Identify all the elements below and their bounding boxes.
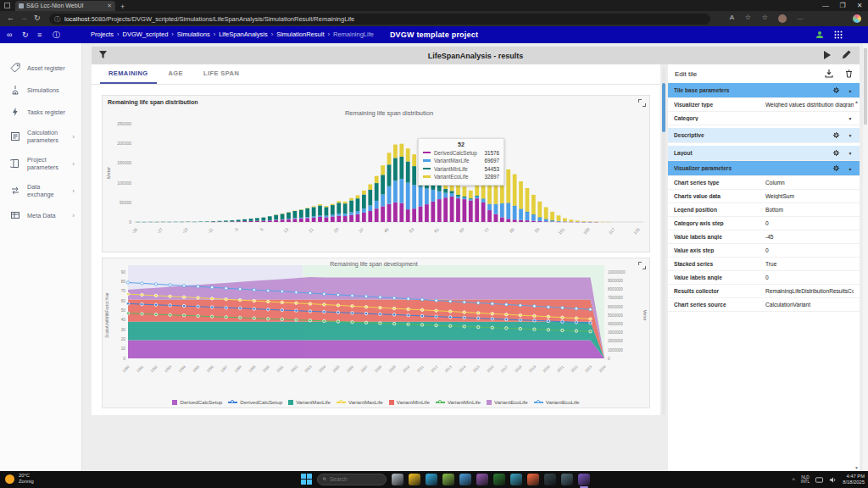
pencil-icon[interactable]	[842, 50, 851, 59]
scroll-down-icon[interactable]: ▼	[854, 465, 859, 470]
legend-item[interactable]: VariantMaxLife	[288, 399, 331, 405]
active-app-icon[interactable]	[578, 474, 590, 485]
param-row-chart-series-type[interactable]: Chart series typeColumn	[668, 176, 860, 190]
page-scrollbar[interactable]	[863, 43, 868, 471]
tab-life-span[interactable]: LIFE SPAN	[195, 64, 248, 84]
delete-tile-icon[interactable]	[845, 69, 853, 78]
sidebar-item-tasks-register[interactable]: Tasks register	[0, 101, 81, 123]
param-row-legend-position[interactable]: Legend positionBottom	[668, 203, 860, 217]
chevron-up-icon[interactable]: ▲	[847, 166, 854, 171]
sidebar-item-asset-register[interactable]: Asset register	[0, 57, 81, 79]
scrollbar-thumb[interactable]	[864, 48, 867, 125]
sidebar-item-calculation-parameters[interactable]: Calculation parameters›	[0, 123, 81, 150]
scroll-up-icon[interactable]: ▲	[854, 99, 859, 104]
refresh-icon[interactable]: ↻	[34, 14, 41, 22]
window-close-button[interactable]: ✕	[851, 0, 868, 11]
forward-icon[interactable]: →	[20, 14, 28, 22]
section-tile-base-parameters[interactable]: Tile base parameters▲	[668, 83, 860, 98]
volume-icon[interactable]	[829, 476, 837, 484]
window-maximize-button[interactable]: ❐	[834, 0, 851, 11]
breadcrumb-item-dvgw_scripted[interactable]: DVGW_scripted	[123, 30, 169, 38]
param-row-charts-value-data[interactable]: Charts value dataWeightSum	[668, 190, 860, 203]
sidebar-item-project-parameters[interactable]: Project parameters›	[0, 150, 81, 177]
breadcrumb-item-simulationresult[interactable]: SimulationResult	[276, 30, 324, 38]
gear-icon[interactable]	[832, 131, 840, 139]
touch-keyboard-icon[interactable]	[815, 476, 823, 484]
section-descriptive[interactable]: Descriptive▼	[668, 128, 860, 143]
user-icon[interactable]	[815, 30, 824, 39]
param-row-visualizer-type[interactable]: Visualizer typeWeighed values distributi…	[668, 98, 860, 112]
copilot-icon[interactable]	[853, 14, 861, 23]
browser-tab[interactable]: S&G Lcc-Nion WebUI ✕	[15, 1, 115, 11]
legend-item[interactable]: DerivedCalcSetup	[228, 399, 282, 405]
legend-item[interactable]: VariantEcoLife	[534, 399, 580, 405]
package-icon[interactable]	[561, 474, 573, 485]
param-row-chart-series-source[interactable]: Chart series sourceCalculationVariant	[668, 298, 860, 312]
play-icon[interactable]	[823, 51, 831, 59]
legend-item[interactable]: DerivedCalcSetup	[172, 399, 222, 405]
browser-menu-icon[interactable]: …	[797, 14, 804, 21]
clock[interactable]: 4:47 PM8/18/2025	[843, 474, 865, 485]
param-row-stacked-series[interactable]: Stacked seriesTrue	[668, 258, 860, 271]
site-info-icon[interactable]: ⓘ	[54, 14, 61, 25]
param-row-value-axis-step[interactable]: Value axis step0	[668, 244, 860, 258]
back-icon[interactable]: ←	[7, 14, 14, 22]
start-button[interactable]	[301, 474, 312, 485]
legend-item[interactable]: VariantMinLife	[389, 399, 430, 405]
tab-close-icon[interactable]: ✕	[107, 1, 112, 11]
fullscreen-icon[interactable]	[638, 99, 646, 107]
new-tab-button[interactable]: +	[120, 3, 125, 11]
gear-icon[interactable]	[832, 86, 840, 94]
tab-remaining[interactable]: REMAINING	[100, 64, 157, 84]
sidebar-item-data-exchange[interactable]: Data exchange›	[0, 177, 81, 204]
language-indicator[interactable]: NLDINTL	[801, 475, 810, 485]
param-row-value-labels-angle[interactable]: Value labels angle0	[668, 271, 860, 285]
edge-icon[interactable]	[426, 474, 437, 485]
favorite-star-icon[interactable]: ☆	[745, 14, 751, 21]
legend-item[interactable]: VariantEcoLife	[487, 399, 528, 405]
development-chart[interactable]: Remaining life span development010203040…	[103, 258, 649, 387]
collections-icon[interactable]: ☆	[762, 14, 768, 21]
notepad-icon[interactable]	[442, 474, 454, 485]
tray-chevron-icon[interactable]: ^	[793, 477, 795, 483]
taskbar-search[interactable]	[317, 474, 387, 485]
window-minimize-button[interactable]: —	[817, 0, 834, 11]
gear-icon[interactable]	[832, 149, 840, 157]
sidebar-item-simulations[interactable]: Simulations	[0, 79, 81, 101]
excel-icon[interactable]	[493, 474, 505, 485]
read-aloud-icon[interactable]: A	[730, 14, 734, 21]
tab-age[interactable]: AGE	[160, 64, 192, 84]
weather-widget[interactable]: 20°C Zonnig	[5, 473, 34, 485]
chevron-down-icon[interactable]: ▼	[847, 133, 854, 138]
chevron-up-icon[interactable]: ▲	[847, 88, 854, 93]
legend-item[interactable]: VariantMaxLife	[337, 399, 383, 405]
breadcrumb-item-simulations[interactable]: Simulations	[177, 30, 210, 38]
photos-icon[interactable]	[459, 474, 471, 485]
breadcrumb-item-projects[interactable]: Projects	[91, 30, 114, 38]
param-row-results-collector[interactable]: Results collectorRemainingLifeDistributi…	[668, 285, 860, 298]
search-input[interactable]	[330, 476, 381, 482]
firefox-icon[interactable]	[527, 474, 539, 485]
address-bar[interactable]: ⓘ localhost:5080/Projects/DVGW_scripted/…	[49, 14, 710, 25]
task-view-icon[interactable]	[392, 474, 403, 485]
terminal-icon[interactable]	[544, 474, 556, 485]
apps-grid-icon[interactable]	[834, 30, 843, 39]
globe-icon[interactable]	[510, 474, 522, 485]
fullscreen-icon[interactable]	[638, 262, 646, 269]
file-explorer-icon[interactable]	[409, 474, 420, 485]
browser-profile-avatar[interactable]	[778, 14, 787, 23]
gear-icon[interactable]	[832, 164, 840, 172]
sidebar-item-meta-data[interactable]: Meta Data›	[0, 204, 81, 226]
chevron-down-icon[interactable]: ▼	[847, 151, 854, 156]
distribution-chart[interactable]: Remaining life span distributionMeter050…	[103, 105, 649, 246]
visual-studio-icon[interactable]	[476, 474, 488, 485]
parameter-list-scrollbar[interactable]: ▲ ▼	[854, 98, 860, 471]
chevron-down-icon[interactable]: ▼	[847, 116, 854, 121]
content-scrollbar[interactable]	[662, 68, 665, 415]
breadcrumb-item-lifespananalysis[interactable]: LifeSpanAnalysis	[219, 30, 268, 38]
section-layout[interactable]: Layout▼	[668, 146, 860, 161]
legend-item[interactable]: VariantMinLife	[436, 399, 481, 405]
param-row-category-axis-step[interactable]: Category axis step0	[668, 217, 860, 230]
breadcrumb-item-remaininglife[interactable]: RemainingLife	[333, 30, 374, 38]
param-row-category[interactable]: Category▼	[668, 112, 860, 125]
